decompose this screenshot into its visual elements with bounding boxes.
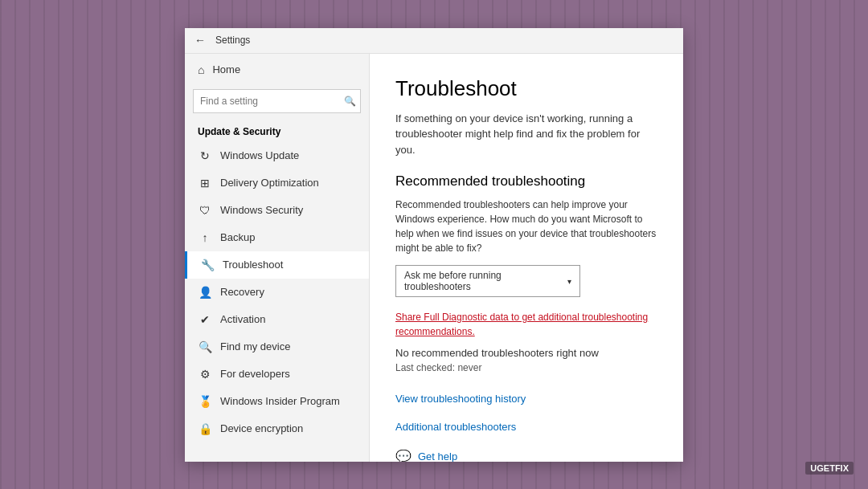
search-input[interactable] bbox=[193, 89, 361, 113]
additional-troubleshooters-link[interactable]: Additional troubleshooters bbox=[395, 421, 657, 433]
sidebar-item-label: Delivery Optimization bbox=[220, 177, 319, 189]
get-help-icon: 💬 bbox=[395, 449, 411, 462]
sidebar: ⌂ Home 🔍 Update & Security ↻ Windows Upd… bbox=[185, 54, 370, 462]
watermark: UGETFIX bbox=[805, 462, 854, 475]
sidebar-item-find-my-device[interactable]: 🔍 Find my device bbox=[185, 333, 369, 361]
sidebar-item-activation[interactable]: ✔ Activation bbox=[185, 306, 369, 333]
windows-security-icon: 🛡 bbox=[198, 204, 212, 217]
sidebar-item-home[interactable]: ⌂ Home bbox=[185, 54, 369, 86]
for-developers-icon: ⚙ bbox=[198, 368, 212, 381]
title-bar: ← Settings bbox=[185, 28, 683, 54]
backup-icon: ↑ bbox=[198, 231, 212, 244]
find-my-device-icon: 🔍 bbox=[198, 340, 212, 353]
view-history-link[interactable]: View troubleshooting history bbox=[395, 393, 657, 405]
sidebar-item-device-encryption[interactable]: 🔒 Device encryption bbox=[185, 415, 369, 442]
main-content: Troubleshoot If something on your device… bbox=[370, 54, 683, 462]
sidebar-item-delivery-optimization[interactable]: ⊞ Delivery Optimization bbox=[185, 169, 369, 197]
troubleshooter-dropdown[interactable]: Ask me before running troubleshooters ▾ bbox=[395, 265, 580, 297]
section-description: Recommended troubleshooters can help imp… bbox=[395, 198, 657, 255]
sidebar-item-label: Recovery bbox=[220, 286, 264, 298]
sidebar-item-label: Find my device bbox=[220, 340, 290, 352]
content-area: ⌂ Home 🔍 Update & Security ↻ Windows Upd… bbox=[185, 54, 683, 462]
sidebar-item-windows-insider[interactable]: 🏅 Windows Insider Program bbox=[185, 388, 369, 415]
sidebar-item-label: Windows Update bbox=[220, 149, 299, 161]
window-title: Settings bbox=[215, 35, 250, 46]
page-title: Troubleshoot bbox=[395, 76, 657, 101]
troubleshoot-icon: 🔧 bbox=[200, 259, 215, 271]
sidebar-item-for-developers[interactable]: ⚙ For developers bbox=[185, 361, 369, 388]
activation-icon: ✔ bbox=[198, 313, 212, 326]
sidebar-item-label: Windows Insider Program bbox=[220, 395, 340, 407]
search-box[interactable]: 🔍 bbox=[193, 89, 361, 113]
sidebar-item-label: Windows Security bbox=[220, 204, 303, 216]
back-button[interactable]: ← bbox=[194, 34, 206, 47]
sidebar-item-label: Device encryption bbox=[220, 422, 303, 434]
sidebar-item-recovery[interactable]: 👤 Recovery bbox=[185, 279, 369, 306]
no-troubleshooters-text: No recommended troubleshooters right now bbox=[395, 347, 657, 359]
windows-insider-icon: 🏅 bbox=[198, 395, 212, 408]
home-icon: ⌂ bbox=[198, 63, 204, 76]
sidebar-item-label: Troubleshoot bbox=[223, 259, 283, 271]
sidebar-home-label: Home bbox=[212, 63, 240, 75]
sidebar-item-label: Activation bbox=[220, 313, 265, 325]
sidebar-item-label: For developers bbox=[220, 368, 290, 380]
windows-update-icon: ↻ bbox=[198, 149, 212, 162]
chevron-down-icon: ▾ bbox=[567, 277, 571, 286]
page-description: If something on your device isn't workin… bbox=[395, 111, 657, 158]
get-help-label: Get help bbox=[418, 450, 457, 462]
sidebar-item-troubleshoot[interactable]: 🔧 Troubleshoot bbox=[185, 251, 369, 279]
recommended-troubleshooting-heading: Recommended troubleshooting bbox=[395, 173, 657, 189]
dropdown-value: Ask me before running troubleshooters bbox=[404, 270, 567, 292]
sidebar-item-windows-security[interactable]: 🛡 Windows Security bbox=[185, 197, 369, 224]
diagnostic-data-link[interactable]: Share Full Diagnostic data to get additi… bbox=[395, 310, 657, 339]
last-checked-text: Last checked: never bbox=[395, 362, 657, 373]
sidebar-item-label: Backup bbox=[220, 231, 255, 243]
get-help-link[interactable]: 💬 Get help bbox=[395, 449, 657, 462]
device-encryption-icon: 🔒 bbox=[198, 422, 212, 435]
search-icon: 🔍 bbox=[344, 96, 356, 107]
delivery-optimization-icon: ⊞ bbox=[198, 177, 212, 189]
recovery-icon: 👤 bbox=[198, 286, 212, 299]
sidebar-item-backup[interactable]: ↑ Backup bbox=[185, 224, 369, 251]
sidebar-item-windows-update[interactable]: ↻ Windows Update bbox=[185, 142, 369, 169]
sidebar-section-title: Update & Security bbox=[185, 120, 369, 142]
